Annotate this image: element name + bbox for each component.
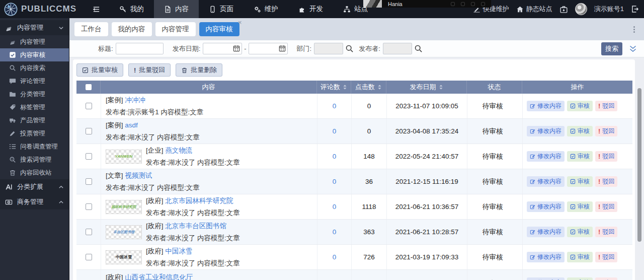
nav-item-page[interactable]: 页面: [199, 0, 244, 18]
col-comments[interactable]: 评论数: [317, 81, 351, 94]
comments-link[interactable]: 0: [333, 203, 337, 211]
review-button[interactable]: 审核: [567, 151, 593, 162]
username-label[interactable]: 演示账号1: [594, 5, 624, 14]
content-title-link[interactable]: asdf: [125, 121, 138, 129]
tab-my-content[interactable]: 我的内容: [112, 22, 152, 36]
tab-content-review[interactable]: 内容审核 ×: [199, 22, 239, 36]
edit-content-button[interactable]: 修改内容: [527, 101, 565, 111]
batch-delete-button[interactable]: 批量删除: [176, 63, 222, 77]
reject-button[interactable]: !驳回: [595, 151, 617, 162]
edit-content-button[interactable]: 修改内容: [527, 277, 565, 280]
edit-content-button[interactable]: 修改内容: [527, 227, 565, 237]
sidebar-item-content-management[interactable]: 内容管理: [0, 35, 69, 48]
reject-button[interactable]: !驳回: [595, 101, 617, 111]
comments-link[interactable]: 0: [333, 153, 337, 160]
edit-content-button[interactable]: 修改内容: [527, 176, 565, 187]
row-checkbox[interactable]: [86, 153, 92, 160]
edit-content-button[interactable]: 修改内容: [527, 252, 565, 262]
batch-review-button[interactable]: 批量审核: [76, 63, 123, 77]
content-title-link[interactable]: 视频测试: [125, 172, 152, 179]
review-button[interactable]: 审核: [567, 277, 593, 280]
reject-button[interactable]: !驳回: [595, 201, 617, 212]
sidebar-section-content-management[interactable]: 内容管理: [0, 20, 69, 35]
content-title-link[interactable]: 燕文物流: [165, 147, 192, 154]
comments-link[interactable]: 0: [333, 102, 337, 110]
double-chevron-down-icon[interactable]: [629, 45, 637, 53]
logout-icon[interactable]: [631, 5, 639, 13]
row-checkbox[interactable]: [86, 103, 92, 109]
col-clicks[interactable]: 点击数: [351, 81, 386, 94]
review-button[interactable]: 审核: [567, 201, 593, 212]
nav-item-develop[interactable]: 开发: [288, 0, 333, 18]
row-checkbox[interactable]: [86, 178, 92, 185]
calendar-icon[interactable]: [233, 45, 240, 52]
sidebar-section-category-extension[interactable]: 分类扩展: [0, 179, 69, 194]
comments-link[interactable]: 0: [333, 178, 337, 185]
select-all-checkbox[interactable]: [86, 84, 92, 90]
reject-button[interactable]: !驳回: [595, 126, 617, 136]
tab-workbench[interactable]: 工作台: [74, 22, 108, 36]
table-row: [文章] 视频测试 发布者:湖水没了 内容模型:文章 0 36 2021-12-…: [76, 169, 632, 194]
sidebar-item-search-word-management[interactable]: 搜索词管理: [0, 153, 69, 166]
sidebar-item-tag-management[interactable]: 标签管理: [0, 101, 69, 114]
content-title-link[interactable]: 北京市丰台区图书馆: [165, 222, 226, 230]
user-avatar[interactable]: [575, 3, 587, 15]
row-checkbox[interactable]: [86, 128, 92, 134]
media-popup[interactable]: Hania: [363, 0, 491, 8]
review-button[interactable]: 审核: [567, 126, 593, 136]
department-filter-input[interactable]: [314, 43, 343, 54]
kebab-menu-icon[interactable]: [629, 24, 639, 35]
nav-item-maintain[interactable]: 维护: [244, 0, 288, 18]
row-checkbox[interactable]: [86, 203, 92, 210]
sidebar-item-content-review[interactable]: 内容审核: [0, 48, 69, 61]
sidebar-item-content-recycle-bin[interactable]: 内容回收站: [0, 166, 69, 179]
sidebar-item-content-search[interactable]: 内容搜索: [0, 61, 69, 75]
nav-item-content[interactable]: 内容: [154, 0, 199, 18]
review-button[interactable]: 审核: [567, 176, 593, 187]
batch-reject-button[interactable]: ! 批量驳回: [128, 63, 171, 77]
reject-button[interactable]: !驳回: [595, 176, 617, 187]
sidebar-item-category-management[interactable]: 分类管理: [0, 88, 69, 101]
publish-box-icon[interactable]: [559, 5, 568, 14]
reject-button[interactable]: !驳回: [595, 252, 617, 262]
content-title-link[interactable]: 北京市园林科学研究院: [165, 197, 233, 204]
content-title-link[interactable]: 山西省工业和信息化厅: [125, 273, 193, 280]
row-checkbox[interactable]: [86, 254, 92, 260]
close-icon[interactable]: ×: [238, 19, 242, 26]
review-button[interactable]: 审核: [567, 101, 593, 111]
publisher-filter-input[interactable]: [383, 43, 412, 54]
brand-logo[interactable]: PUBLICCMS: [0, 0, 84, 18]
sidebar-item-vote-management[interactable]: 投票管理: [0, 127, 69, 140]
vertical-scrollbar[interactable]: [637, 88, 641, 242]
search-button[interactable]: 搜索: [601, 42, 622, 55]
tab-content-management[interactable]: 内容管理: [155, 22, 196, 36]
col-date[interactable]: 发布日期: [386, 81, 467, 94]
review-button[interactable]: 审核: [567, 252, 593, 262]
row-checkbox[interactable]: [86, 229, 92, 235]
search-icon[interactable]: [345, 44, 354, 53]
comments-link[interactable]: 0: [333, 253, 337, 261]
comments-link[interactable]: 0: [333, 127, 337, 135]
sidebar-section-business-management[interactable]: 商务管理: [0, 194, 69, 209]
reject-button[interactable]: !驳回: [595, 277, 617, 280]
review-button[interactable]: 审核: [567, 227, 593, 237]
media-control-icons[interactable]: [451, 2, 491, 6]
department-filter-label: 部门:: [297, 44, 312, 53]
title-filter-input[interactable]: [116, 43, 164, 54]
edit-content-button[interactable]: 修改内容: [527, 126, 565, 136]
nav-item-mine[interactable]: 我的: [109, 0, 154, 18]
comment-icon: [9, 78, 16, 85]
search-icon[interactable]: [414, 44, 423, 53]
comments-link[interactable]: 0: [333, 228, 337, 236]
edit-content-button[interactable]: 修改内容: [527, 201, 565, 212]
sidebar-item-product-management[interactable]: 产品管理: [0, 114, 69, 127]
content-title-link[interactable]: 中国冰雪: [165, 247, 192, 255]
reject-button[interactable]: !驳回: [595, 227, 617, 237]
sidebar-item-comment-management[interactable]: 评论管理: [0, 75, 69, 88]
menu-fold-icon[interactable]: [84, 0, 109, 18]
edit-content-button[interactable]: 修改内容: [527, 151, 565, 162]
sidebar-item-survey-management[interactable]: 问卷调查管理: [0, 140, 69, 153]
calendar-icon[interactable]: [279, 45, 286, 52]
static-site-button[interactable]: 静态站点: [516, 5, 552, 14]
content-title-link[interactable]: 冲冲冲: [125, 96, 145, 104]
